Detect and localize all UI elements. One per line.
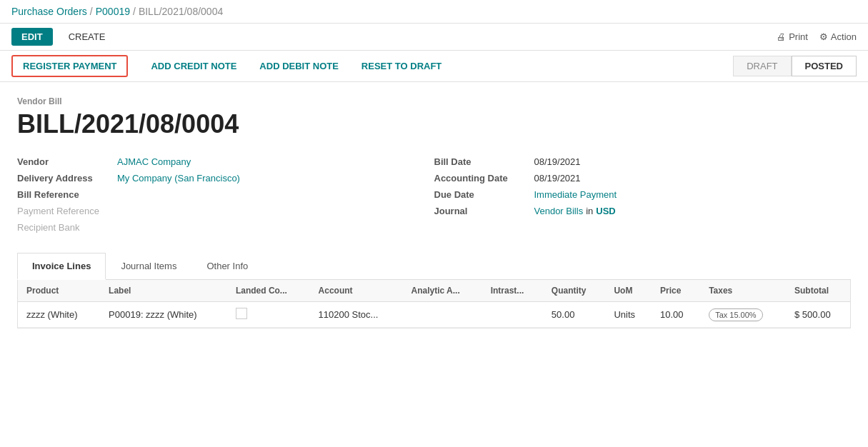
col-uom: UoM (605, 280, 652, 302)
table-header-row: Product Label Landed Co... Account Analy… (18, 280, 850, 302)
action-label: Action (831, 31, 857, 42)
action-icon: ⚙ (819, 31, 828, 42)
main-content: Vendor Bill BILL/2021/08/0004 Vendor AJM… (0, 82, 868, 343)
create-button[interactable]: CREATE (61, 28, 113, 46)
breadcrumb-purchase-orders[interactable]: Purchase Orders (11, 6, 87, 17)
recipient-bank-label: Recipient Bank (17, 222, 117, 233)
edit-button[interactable]: EDIT (11, 28, 53, 46)
register-payment-button[interactable]: REGISTER PAYMENT (11, 55, 128, 77)
breadcrumb-po-number[interactable]: P00019 (96, 6, 130, 17)
toolbar-right: 🖨 Print ⚙ Action (777, 31, 857, 42)
add-credit-note-button[interactable]: ADD CREDIT NOTE (139, 56, 248, 76)
col-quantity: Quantity (543, 280, 606, 302)
vendor-row: Vendor AJMAC Company (17, 154, 434, 170)
col-intrastat: Intrast... (482, 280, 543, 302)
delivery-address-label: Delivery Address (17, 173, 117, 184)
cell-landed-cost (227, 302, 310, 328)
cell-uom: Units (605, 302, 652, 328)
tab-journal-items[interactable]: Journal Items (106, 253, 191, 279)
bill-reference-label: Bill Reference (17, 189, 117, 200)
print-button[interactable]: 🖨 Print (777, 31, 808, 42)
status-posted: POSTED (792, 56, 857, 76)
due-date-value[interactable]: Immediate Payment (534, 189, 617, 200)
right-fields: Bill Date 08/19/2021 Accounting Date 08/… (434, 154, 852, 236)
col-taxes: Taxes (700, 280, 786, 302)
landed-cost-checkbox[interactable] (236, 308, 247, 319)
vendor-bill-label: Vendor Bill (17, 96, 851, 106)
cell-analytic (403, 302, 482, 328)
cell-price: 10.00 (652, 302, 700, 328)
journal-label: Journal (434, 206, 534, 216)
fields-grid: Vendor AJMAC Company Delivery Address My… (17, 154, 851, 236)
print-label: Print (789, 31, 808, 42)
due-date-label: Due Date (434, 189, 534, 200)
delivery-address-row: Delivery Address My Company (San Francis… (17, 170, 434, 186)
col-landed-cost: Landed Co... (227, 280, 310, 302)
due-date-row: Due Date Immediate Payment (434, 186, 852, 203)
payment-reference-label: Payment Reference (17, 206, 117, 216)
tab-invoice-lines[interactable]: Invoice Lines (17, 253, 106, 280)
recipient-bank-row: Recipient Bank (17, 219, 434, 236)
accounting-date-label: Accounting Date (434, 173, 534, 184)
col-label: Label (100, 280, 227, 302)
col-subtotal: Subtotal (786, 280, 850, 302)
status-draft: DRAFT (733, 56, 791, 76)
bill-date-label: Bill Date (434, 156, 534, 167)
tab-other-info[interactable]: Other Info (191, 253, 263, 279)
reset-to-draft-button[interactable]: RESET TO DRAFT (350, 56, 453, 76)
bill-reference-row: Bill Reference (17, 186, 434, 203)
journal-value[interactable]: Vendor Bills (534, 206, 584, 216)
accounting-date-value: 08/19/2021 (534, 173, 581, 184)
col-analytic: Analytic A... (403, 280, 482, 302)
journal-currency[interactable]: USD (596, 206, 615, 216)
table-row: zzzz (White) P00019: zzzz (White) 110200… (18, 302, 850, 328)
accounting-date-row: Accounting Date 08/19/2021 (434, 170, 852, 186)
invoice-lines-table: Product Label Landed Co... Account Analy… (18, 280, 850, 328)
print-icon: 🖨 (777, 31, 786, 42)
cell-label: P00019: zzzz (White) (100, 302, 227, 328)
bill-title: BILL/2021/08/0004 (17, 109, 851, 139)
add-debit-note-button[interactable]: ADD DEBIT NOTE (248, 56, 350, 76)
top-bar: Purchase Orders / P00019 / BILL/2021/08/… (0, 0, 868, 24)
breadcrumb: Purchase Orders / P00019 / BILL/2021/08/… (11, 6, 223, 17)
tax-badge: Tax 15.00% (709, 308, 762, 321)
col-product: Product (18, 280, 100, 302)
invoice-lines-table-area: Product Label Landed Co... Account Analy… (17, 280, 851, 328)
vendor-value[interactable]: AJMAC Company (117, 156, 191, 167)
bill-date-value: 08/19/2021 (534, 156, 581, 167)
cell-taxes: Tax 15.00% (700, 302, 786, 328)
payment-reference-row: Payment Reference (17, 203, 434, 219)
cell-product: zzzz (White) (18, 302, 100, 328)
breadcrumb-sep1: / (90, 6, 93, 17)
cell-account: 110200 Stoc... (310, 302, 403, 328)
cell-intrastat (482, 302, 543, 328)
delivery-address-value[interactable]: My Company (San Francisco) (117, 173, 240, 184)
vendor-label: Vendor (17, 156, 117, 167)
left-fields: Vendor AJMAC Company Delivery Address My… (17, 154, 434, 236)
tabs: Invoice Lines Journal Items Other Info (17, 253, 851, 280)
col-price: Price (652, 280, 700, 302)
action-bar: REGISTER PAYMENT ADD CREDIT NOTE ADD DEB… (0, 51, 868, 82)
status-bar: DRAFT POSTED (733, 56, 857, 76)
toolbar: EDIT CREATE 🖨 Print ⚙ Action (0, 24, 868, 51)
bill-date-row: Bill Date 08/19/2021 (434, 154, 852, 170)
journal-currency-pre: in (586, 206, 593, 216)
breadcrumb-sep2: / (133, 6, 136, 17)
action-button[interactable]: ⚙ Action (819, 31, 857, 42)
cell-subtotal: $ 500.00 (786, 302, 850, 328)
col-account: Account (310, 280, 403, 302)
cell-quantity: 50.00 (543, 302, 606, 328)
breadcrumb-current: BILL/2021/08/0004 (139, 6, 223, 17)
journal-row: Journal Vendor Bills in USD (434, 203, 852, 219)
